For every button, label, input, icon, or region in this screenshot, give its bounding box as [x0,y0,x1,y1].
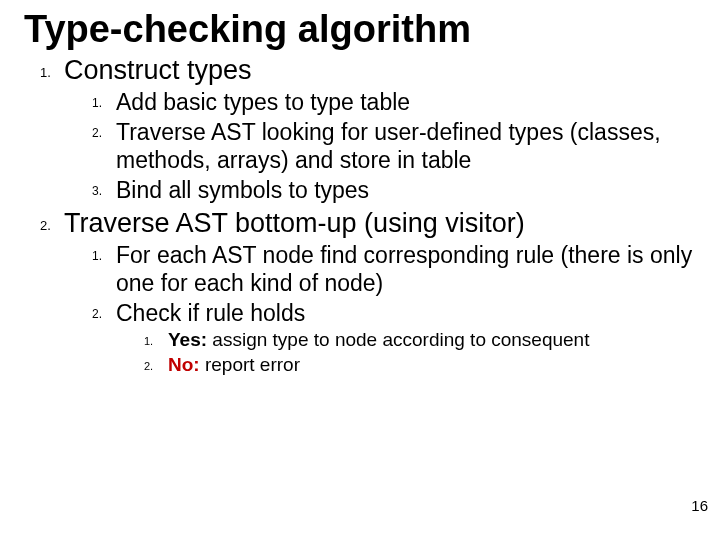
step-2-2-2: 2. No: report error [168,354,696,376]
page-number: 16 [691,497,708,514]
step-2: 2. Traverse AST bottom-up (using visitor… [64,208,696,376]
step-1: 1. Construct types 1. Add basic types to… [64,55,696,204]
step-2-1-number: 1. [92,249,102,264]
step-2-substeps: 1. For each AST node find corresponding … [64,241,696,376]
step-2-2-1: 1. Yes: assign type to node according to… [168,329,696,351]
step-2-2-text: Check if rule holds [116,300,305,326]
outline-list: 1. Construct types 1. Add basic types to… [24,55,696,376]
slide: Type-checking algorithm 1. Construct typ… [0,0,720,540]
step-2-2-2-number: 2. [144,360,153,373]
step-1-text: Construct types [64,55,252,85]
step-1-3-number: 3. [92,184,102,199]
step-2-2-1-text: assign type to node according to consequ… [207,329,589,350]
step-2-1-text: For each AST node find corresponding rul… [116,242,692,296]
step-2-text: Traverse AST bottom-up (using visitor) [64,208,525,238]
step-2-2: 2. Check if rule holds 1. Yes: assign ty… [116,299,696,376]
step-1-3-text: Bind all symbols to types [116,177,369,203]
step-1-1-number: 1. [92,96,102,111]
step-1-3: 3. Bind all symbols to types [116,176,696,204]
step-2-2-2-text: report error [200,354,300,375]
step-1-number: 1. [40,65,51,80]
step-2-1: 1. For each AST node find corresponding … [116,241,696,297]
step-1-2-text: Traverse AST looking for user-defined ty… [116,119,661,173]
step-2-2-substeps: 1. Yes: assign type to node according to… [116,329,696,376]
step-1-substeps: 1. Add basic types to type table 2. Trav… [64,88,696,204]
step-1-2-number: 2. [92,126,102,141]
step-2-number: 2. [40,218,51,233]
no-label: No: [168,354,200,375]
step-2-2-1-number: 1. [144,335,153,348]
step-2-2-number: 2. [92,307,102,322]
step-1-2: 2. Traverse AST looking for user-defined… [116,118,696,174]
step-1-1-text: Add basic types to type table [116,89,410,115]
yes-label: Yes: [168,329,207,350]
slide-title: Type-checking algorithm [24,8,696,51]
step-1-1: 1. Add basic types to type table [116,88,696,116]
